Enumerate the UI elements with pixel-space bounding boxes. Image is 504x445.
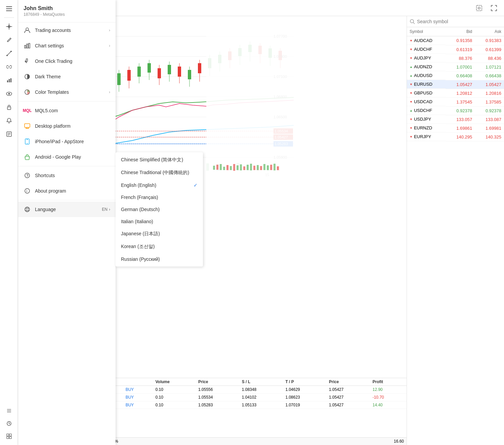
lang-item-de[interactable]: German (Deutsch) [116,203,203,215]
grid-icon[interactable] [3,430,15,442]
svg-rect-159 [250,164,252,170]
table-row[interactable]: ▼ EURUSD 1.05427 1.05427 [407,80,504,89]
table-row[interactable]: ▼ AUDCHF 0.61319 0.61399 [407,45,504,54]
symbol-cell: ▼ AUDCHF [407,45,446,54]
fullscreen-btn[interactable] [488,2,500,14]
table-row[interactable]: ▼ USDCAD 1.37545 1.37585 [407,97,504,106]
toolbar-separator-1 [4,17,14,18]
table-row[interactable]: ▼ USDJPY 133.057 133.087 [407,115,504,124]
alerts-icon[interactable] [3,115,15,127]
menu-item-android[interactable]: Android - Google Play [18,149,116,165]
screenshot-btn[interactable] [473,2,485,14]
lang-item-it[interactable]: Italian (Italiano) [116,215,203,228]
symbol-cell: ▼ EURJPY [407,132,446,141]
history-icon[interactable] [3,417,15,430]
eye-icon[interactable] [3,88,15,100]
line-draw-icon[interactable] [3,47,15,59]
bid-cell: 1.05427 [446,80,475,89]
bid-cell: 0.91358 [446,36,475,45]
svg-rect-148 [213,166,215,170]
lang-item-en[interactable]: English (English) ✓ [116,179,203,191]
ask-cell: 1.05427 [475,80,504,89]
col-type [123,378,153,386]
svg-rect-166 [274,164,276,170]
table-row[interactable]: ▼ AUDCAD 0.91358 0.91383 [407,36,504,45]
table-row[interactable]: ▲ USDCHF 0.92378 0.92378 [407,106,504,115]
menu-header: John Smith 1876849 - MetaQuotes [18,0,116,23]
svg-point-178 [27,143,28,144]
symbol-cell: ▼ EURNZD [407,124,446,132]
symbol-cell: ▲ USDCHF [407,106,446,115]
search-input[interactable] [417,19,501,24]
svg-text:?: ? [26,173,29,177]
svg-rect-153 [230,166,232,170]
menu-item-language[interactable]: Language EN › Chinese Simplified (简体中文) … [18,202,116,217]
svg-rect-39 [476,5,482,11]
iphone-label: iPhone/iPad - AppStore [35,139,84,144]
positions-icon[interactable] [3,405,15,417]
menu-item-shortcuts[interactable]: ? Shortcuts [18,168,116,183]
hamburger-menu-icon[interactable] [3,3,15,15]
lang-item-ru[interactable]: Russian (Русский) [116,253,203,265]
svg-rect-72 [137,67,141,77]
lang-item-zh-simplified[interactable]: Chinese Simplified (简体中文) [116,154,203,166]
table-row[interactable]: ▼ AUDJPY 88.376 88.436 [407,54,504,63]
pen-icon[interactable] [3,34,15,46]
svg-line-6 [7,51,11,55]
trading-accounts-arrow: › [109,28,110,33]
menu-item-color-templates[interactable]: Color Templates › [18,84,116,100]
svg-rect-157 [243,166,245,170]
table-row[interactable]: ▼ GBPUSD 1.20812 1.20816 [407,89,504,97]
svg-rect-149 [216,165,218,170]
svg-rect-164 [267,165,269,170]
menu-item-trading-accounts[interactable]: Trading accounts › [18,23,116,38]
lang-label: Italian (Italiano) [121,219,153,224]
trade-current: 1.05427 [326,394,370,401]
language-code: EN › [102,207,110,212]
trade-current: 1.05427 [326,386,370,394]
bid-cell: 0.66408 [446,71,475,80]
trade-tp: 1.07019 [283,401,326,409]
table-row[interactable]: ▲ AUDUSD 0.66408 0.66438 [407,71,504,80]
menu-item-dark-theme[interactable]: Dark Theme [18,69,116,84]
menu-item-desktop-platform[interactable]: Desktop platform [18,118,116,134]
symbol-cell: ▼ USDJPY [407,115,446,124]
svg-rect-160 [253,166,255,170]
lang-label: English (English) [121,183,156,188]
chart-type-icon[interactable] [3,74,15,86]
lang-item-ko[interactable]: Korean (조선말) [116,240,203,253]
menu-item-one-click-trading[interactable]: One Click Trading [18,53,116,69]
svg-text:i: i [27,189,27,193]
symbol-cell: ▼ AUDCAD [407,36,446,45]
svg-rect-2 [6,10,12,11]
svg-rect-11 [10,78,11,82]
lang-item-zh-traditional[interactable]: Chinese Traditional (中國傳統的) [116,166,203,179]
ask-cell: 0.91383 [475,36,504,45]
lock-icon[interactable] [3,101,15,113]
left-toolbar [0,0,18,445]
menu-item-iphone[interactable]: iPhone/iPad - AppStore [18,134,116,149]
menu-item-chart-settings[interactable]: Chart settings › [18,38,116,53]
dark-theme-label: Dark Theme [35,74,61,79]
crosshair-icon[interactable] [3,21,15,33]
trade-tp: 1.04629 [283,386,326,394]
svg-point-168 [410,19,414,23]
orders-icon[interactable] [3,128,15,140]
svg-rect-158 [247,165,249,170]
menu-item-about[interactable]: i About program [18,183,116,199]
svg-rect-0 [6,6,12,7]
table-row[interactable]: ▼ EURJPY 140.295 140.325 [407,132,504,141]
chart-settings-arrow: › [109,43,110,48]
ask-cell: 1.20816 [475,89,504,97]
lang-item-fr[interactable]: French (Français) [116,191,203,203]
table-row[interactable]: ▲ AUDNZD 1.07001 1.07121 [407,63,504,71]
bid-cell: 88.376 [446,54,475,63]
link-icon[interactable] [3,61,15,73]
search-icon [410,19,415,24]
symbol-cell: ▼ USDCAD [407,97,446,106]
lang-item-ja[interactable]: Japanese (日本語) [116,228,203,240]
trade-sl: 1.08348 [239,386,283,394]
menu-item-mql5[interactable]: MQL MQL5.com [18,103,116,118]
trade-profit: 14.40 [370,401,407,409]
table-row[interactable]: ▼ EURNZD 1.69861 1.69981 [407,124,504,132]
